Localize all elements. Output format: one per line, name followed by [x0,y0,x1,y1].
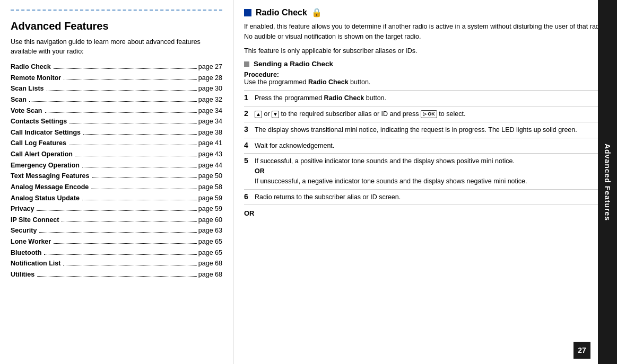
toc-entry: Lone Worker page 65 [11,236,222,247]
toc-entry: Notification List page 68 [11,258,222,269]
toc-page: page 58 [198,182,222,193]
blue-bullet-icon [244,9,251,16]
table-row: 1Press the programmed Radio Check button… [244,91,606,106]
toc-dots-page: page 65 [42,247,222,259]
ok-button-icon: ▷ OK [421,110,437,119]
toc-entry: Radio Check page 27 [11,61,222,73]
page-title: Advanced Features [11,20,222,32]
toc-dots-page: page 63 [38,225,222,236]
toc-label: Security [11,225,37,236]
toc-page: page 43 [198,149,222,160]
toc-page: page 60 [198,215,222,226]
toc-label: Analog Status Update [11,193,80,204]
toc-dots-page: page 38 [82,127,222,138]
table-row: 5If successful, a positive indicator ton… [244,154,606,189]
toc-dots [82,167,197,167]
table-row: 6Radio returns to the subscriber alias o… [244,189,606,205]
toc-page: page 32 [198,94,222,105]
intro-paragraph-1: If enabled, this feature allows you to d… [244,22,606,42]
step-number: 6 [244,189,255,205]
toc-label: Contacts Settings [11,116,67,127]
toc-dots [63,265,196,265]
toc-label: Call Indicator Settings [11,127,81,138]
table-of-contents: Radio Check page 27 Remote Monitor page … [11,61,222,280]
intro-paragraph-2: This feature is only applicable for subs… [244,46,606,56]
toc-entry: Scan Lists page 30 [11,83,222,94]
toc-label: Scan Lists [11,83,44,94]
left-panel: Advanced Features Use this navigation gu… [0,0,233,364]
toc-dots [69,145,197,145]
toc-dots-page: page 50 [90,171,222,182]
toc-entry: Security page 63 [11,225,222,236]
toc-dots [54,68,197,69]
toc-page: page 65 [198,247,222,259]
page-number-badge: 27 [573,342,590,359]
toc-entry: Analog Message Encode page 58 [11,182,222,193]
toc-page: page 68 [198,269,222,280]
toc-page: page 65 [198,236,222,247]
toc-label: Utilities [11,269,34,280]
table-row: 2▲ or ▼ to the required subscriber alias… [244,106,606,122]
toc-page: page 30 [198,83,222,94]
toc-dots [54,243,197,244]
toc-label: IP Site Connect [11,215,59,226]
toc-dots [64,79,197,80]
toc-dots [44,254,196,255]
toc-dots-page: page 34 [44,105,222,117]
toc-label: Call Log Features [11,138,66,149]
step-number: 1 [244,91,255,106]
toc-dots [37,276,197,277]
step-content: Press the programmed Radio Check button. [255,91,606,106]
step-content: If successful, a positive indicator tone… [255,154,606,189]
toc-dots [92,177,196,178]
toc-dots-page: page 43 [74,149,222,160]
step-number: 2 [244,106,255,122]
toc-entry: Bluetooth page 65 [11,247,222,259]
toc-dots-page: page 59 [35,203,222,215]
table-row: 3The display shows transitional mini not… [244,122,606,138]
step-content: ▲ or ▼ to the required subscriber alias … [255,106,606,122]
toc-entry: IP Site Connect page 60 [11,215,222,226]
toc-page: page 63 [198,225,222,236]
toc-dots [75,156,197,156]
down-arrow-icon: ▼ [272,111,279,118]
side-tab-label: Advanced Features [603,143,612,220]
toc-dots [47,90,197,91]
toc-entry: Emergency Operation page 44 [11,160,222,171]
toc-page: page 34 [198,116,222,127]
toc-label: Radio Check [11,61,51,73]
toc-entry: Call Alert Operation page 43 [11,149,222,160]
toc-page: page 27 [198,61,222,73]
toc-dots-page: page 32 [28,94,222,105]
toc-label: Remote Monitor [11,73,61,84]
step-content: The display shows transitional mini noti… [255,122,606,138]
toc-dots-page: page 68 [62,258,222,269]
toc-page: page 38 [198,127,222,138]
step-number: 5 [244,154,255,189]
toc-dots-page: page 30 [45,83,222,94]
side-tab: Advanced Features [598,0,617,364]
toc-page: page 44 [198,160,222,171]
toc-entry: Utilities page 68 [11,269,222,280]
step-number: 4 [244,138,255,154]
toc-dots-page: page 59 [81,193,222,204]
step-number: 3 [244,122,255,138]
dashed-border [11,10,222,15]
toc-entry: Scan page 32 [11,94,222,105]
steps-table: 1Press the programmed Radio Check button… [244,90,606,205]
toc-label: Emergency Operation [11,160,80,171]
sub-title: Sending a Radio Check [254,60,333,68]
toc-label: Vote Scan [11,105,42,117]
toc-dots [83,134,197,135]
toc-label: Lone Worker [11,236,51,247]
toc-dots-page: page 60 [60,215,222,226]
toc-label: Privacy [11,203,34,215]
toc-entry: Call Indicator Settings page 38 [11,127,222,138]
toc-dots [45,112,197,113]
toc-dots-page: page 58 [90,182,222,193]
toc-dots-page: page 34 [68,116,222,127]
toc-dots [82,200,197,200]
toc-label: Notification List [11,258,60,269]
toc-dots [37,210,196,211]
intro-text: Use this navigation guide to learn more … [11,38,222,56]
